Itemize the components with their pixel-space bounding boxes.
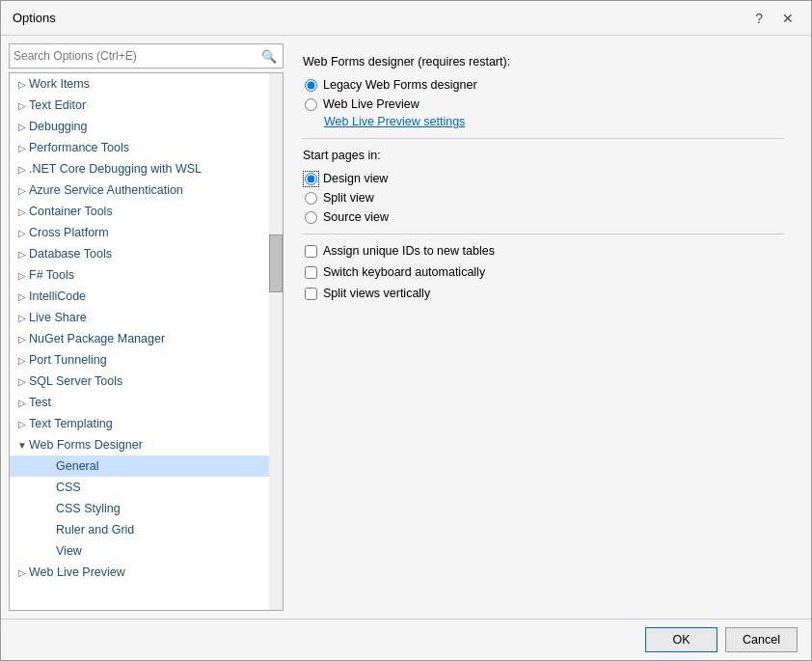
tree-item-web-forms-designer[interactable]: ▼Web Forms Designer [10, 434, 269, 455]
legacy-radio[interactable] [305, 79, 317, 92]
tree-label-nuget-package-manager: NuGet Package Manager [29, 332, 265, 345]
design-view-label: Design view [323, 172, 388, 185]
tree-item-debugging[interactable]: ▷Debugging [10, 116, 269, 137]
tree-label-port-tunneling: Port Tunneling [29, 353, 265, 367]
web-forms-radio-group: Legacy Web Forms designer Web Live Previ… [303, 78, 784, 111]
assign-ids-row[interactable]: Assign unique IDs to new tables [305, 244, 784, 258]
tree-item-net-core-debugging[interactable]: ▷.NET Core Debugging with WSL [10, 158, 269, 179]
tree-arrow-fsharp-tools: ▷ [15, 270, 29, 281]
tree-scrollbar[interactable] [269, 73, 283, 610]
tree-arrow-database-tools: ▷ [15, 249, 29, 260]
tree-label-web-forms-designer: Web Forms Designer [29, 438, 265, 452]
tree-arrow-net-core-debugging: ▷ [15, 164, 29, 175]
tree-item-text-templating[interactable]: ▷Text Templating [10, 413, 269, 434]
help-button[interactable]: ? [749, 10, 769, 27]
web-live-preview-settings-link[interactable]: Web Live Preview settings [324, 115, 784, 128]
tree-arrow-test: ▷ [15, 398, 29, 408]
tree-item-container-tools[interactable]: ▷Container Tools [10, 201, 269, 222]
start-pages-label: Start pages in: [303, 149, 784, 162]
search-box-container[interactable]: 🔍 [9, 43, 284, 69]
tree-arrow-debugging: ▷ [15, 122, 29, 132]
tree-item-port-tunneling[interactable]: ▷Port Tunneling [10, 349, 269, 371]
dialog-title: Options [13, 11, 56, 25]
design-view-radio-row[interactable]: Design view [305, 172, 784, 185]
tree-arrow-container-tools: ▷ [15, 207, 29, 217]
tree-label-performance-tools: Performance Tools [29, 141, 265, 154]
title-bar-controls: ? ✕ [749, 10, 799, 27]
tree-arrow-web-live-preview: ▷ [15, 567, 29, 578]
tree-arrow-cross-platform: ▷ [15, 228, 29, 238]
tree-label-debugging: Debugging [29, 120, 265, 133]
switch-keyboard-checkbox[interactable] [305, 266, 317, 279]
tree-arrow-text-editor: ▷ [15, 100, 29, 111]
tree-scrollbar-thumb[interactable] [269, 234, 283, 292]
tree-label-web-live-preview: Web Live Preview [29, 565, 265, 579]
legacy-radio-label: Legacy Web Forms designer [323, 78, 477, 92]
tree-item-performance-tools[interactable]: ▷Performance Tools [10, 137, 269, 158]
search-input[interactable] [10, 47, 256, 65]
tree-item-azure-service-auth[interactable]: ▷Azure Service Authentication [10, 179, 269, 201]
checkbox-group: Assign unique IDs to new tables Switch k… [303, 244, 784, 300]
web-live-preview-radio-row[interactable]: Web Live Preview [305, 97, 784, 111]
tree-item-view[interactable]: View [10, 540, 269, 562]
tree-item-cross-platform[interactable]: ▷Cross Platform [10, 222, 269, 243]
tree-label-view: View [56, 544, 265, 558]
options-dialog: Options ? ✕ 🔍 ▷Work Items▷Text Editor▷De… [0, 0, 812, 661]
tree-item-text-editor[interactable]: ▷Text Editor [10, 95, 269, 116]
tree-item-test[interactable]: ▷Test [10, 392, 269, 413]
tree-arrow-intellicode: ▷ [15, 291, 29, 302]
search-icon-button[interactable]: 🔍 [256, 47, 283, 66]
source-view-label: Source view [323, 210, 389, 224]
tree-label-live-share: Live Share [29, 311, 265, 324]
tree-label-net-core-debugging: .NET Core Debugging with WSL [29, 162, 265, 176]
tree-arrow-web-forms-designer: ▼ [15, 440, 29, 451]
tree-item-database-tools[interactable]: ▷Database Tools [10, 243, 269, 264]
tree-label-azure-service-auth: Azure Service Authentication [29, 183, 265, 197]
tree-label-database-tools: Database Tools [29, 247, 265, 261]
close-button[interactable]: ✕ [776, 10, 799, 27]
tree-item-web-live-preview[interactable]: ▷Web Live Preview [10, 562, 269, 583]
source-view-radio[interactable] [305, 211, 317, 224]
tree-item-nuget-package-manager[interactable]: ▷NuGet Package Manager [10, 328, 269, 349]
footer: OK Cancel [1, 619, 811, 660]
tree-item-intellicode[interactable]: ▷IntelliCode [10, 286, 269, 307]
tree-label-general: General [56, 459, 265, 473]
design-view-radio[interactable] [305, 173, 317, 185]
left-panel: 🔍 ▷Work Items▷Text Editor▷Debugging▷Perf… [9, 43, 284, 611]
ok-button[interactable]: OK [645, 627, 717, 652]
switch-keyboard-label: Switch keyboard automatically [323, 265, 485, 279]
split-view-label: Split view [323, 191, 374, 205]
divider-1 [303, 138, 784, 139]
tree-item-general[interactable]: General [10, 455, 269, 477]
tree-item-live-share[interactable]: ▷Live Share [10, 307, 269, 328]
tree-item-sql-server-tools[interactable]: ▷SQL Server Tools [10, 371, 269, 392]
tree-label-css-styling: CSS Styling [56, 502, 265, 515]
source-view-radio-row[interactable]: Source view [305, 210, 784, 224]
split-views-vertically-row[interactable]: Split views vertically [305, 287, 784, 300]
tree-label-sql-server-tools: SQL Server Tools [29, 374, 265, 388]
split-view-radio[interactable] [305, 192, 317, 205]
tree-arrow-work-items: ▷ [15, 79, 29, 90]
right-panel: Web Forms designer (requires restart): L… [284, 43, 803, 611]
tree-label-work-items: Work Items [29, 77, 265, 91]
web-live-preview-radio[interactable] [305, 98, 317, 111]
tree-item-fsharp-tools[interactable]: ▷F# Tools [10, 264, 269, 286]
tree-item-work-items[interactable]: ▷Work Items [10, 73, 269, 95]
tree-item-ruler-and-grid[interactable]: Ruler and Grid [10, 519, 269, 540]
split-view-radio-row[interactable]: Split view [305, 191, 784, 205]
tree-item-css-styling[interactable]: CSS Styling [10, 498, 269, 519]
tree-label-text-editor: Text Editor [29, 98, 265, 112]
legacy-radio-row[interactable]: Legacy Web Forms designer [305, 78, 784, 92]
tree-arrow-nuget-package-manager: ▷ [15, 334, 29, 344]
title-bar: Options ? ✕ [1, 1, 811, 36]
split-views-vertically-checkbox[interactable] [305, 288, 317, 300]
tree-label-container-tools: Container Tools [29, 205, 265, 218]
tree-item-css[interactable]: CSS [10, 477, 269, 498]
switch-keyboard-row[interactable]: Switch keyboard automatically [305, 265, 784, 279]
cancel-button[interactable]: Cancel [725, 627, 798, 652]
tree-arrow-azure-service-auth: ▷ [15, 185, 29, 196]
tree-label-fsharp-tools: F# Tools [29, 268, 265, 282]
tree-arrow-port-tunneling: ▷ [15, 355, 29, 366]
start-pages-radio-group: Design view Split view Source view [303, 172, 784, 224]
assign-ids-checkbox[interactable] [305, 245, 317, 258]
